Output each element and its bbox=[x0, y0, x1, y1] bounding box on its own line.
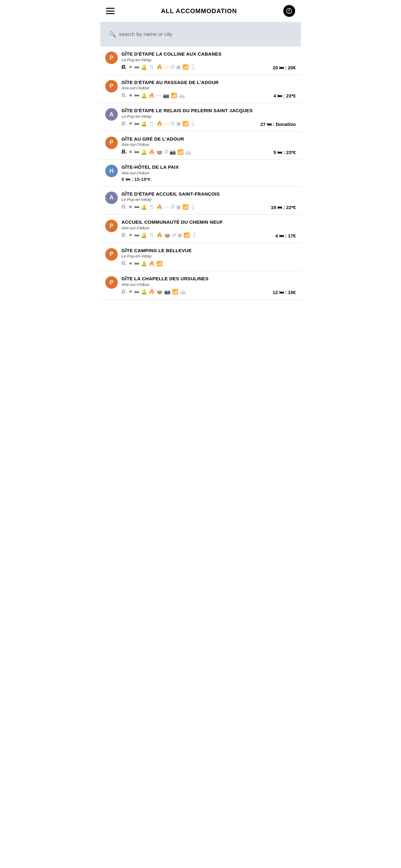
fork-knife-icon: 🍴 bbox=[149, 204, 155, 210]
booking-indicator: B. bbox=[122, 232, 127, 239]
bed-price: 12 🛏 : 15€ bbox=[273, 290, 296, 295]
bell-icon: 🔔 bbox=[141, 289, 147, 294]
compass-button[interactable] bbox=[283, 5, 295, 17]
item-name: GÎTE-HÔTEL DE LA PAIX bbox=[122, 164, 296, 170]
sun-icon: ☀ bbox=[128, 289, 133, 294]
item-city: Le Puy-en-Velay bbox=[122, 254, 296, 258]
bell-icon: 🔔 bbox=[141, 232, 147, 238]
sun-icon: ☀ bbox=[128, 204, 133, 210]
wifi-icon: 📶 bbox=[171, 92, 177, 98]
sun-icon: ☀ bbox=[128, 260, 133, 267]
item-city: Aire-sur-l'Adour bbox=[122, 142, 296, 147]
bell-icon: 🔔 bbox=[141, 64, 147, 70]
bed-count-icon: 🛏 bbox=[277, 205, 282, 210]
avatar: P bbox=[105, 248, 118, 260]
item-content: GÎTE D'ÉTAPE ACCUEIL SAINT-FRANÇOISLe Pu… bbox=[122, 191, 296, 210]
avatar: P bbox=[105, 80, 118, 92]
bed-price: 20 🛏 : 20€ bbox=[273, 65, 296, 70]
item-name: ACCUEIL COMMUNAUTÉ DU CHEMIN NEUF bbox=[122, 219, 296, 225]
search-input[interactable] bbox=[119, 31, 292, 37]
item-city: Aire-sur-l'Adour bbox=[122, 226, 296, 230]
bike-icon: 🚲 bbox=[179, 92, 185, 98]
icons-row: B.☀🛏🔔🍴🔥🍲Ø▣📶🚶4 🛏 : 17€ bbox=[122, 232, 296, 239]
dash-icon: — bbox=[164, 204, 169, 210]
booking-indicator: B. bbox=[122, 121, 127, 127]
outlet-icon: Ø bbox=[164, 149, 168, 155]
fire-icon: 🔥 bbox=[149, 289, 155, 294]
icons-row: B.☀🛏🔔🍴🔥—Ø▣📶🚶19 🛏 : 22*€ bbox=[122, 204, 296, 210]
locker-icon: ▣ bbox=[176, 121, 181, 127]
list-item[interactable]: PGÎTE D'ÉTAPE AU PASSAGE DE L'ADOURAire-… bbox=[100, 75, 301, 103]
list-item[interactable]: HGÎTE-HÔTEL DE LA PAIXAire-sur-l'Adour9 … bbox=[100, 160, 301, 187]
menu-button[interactable] bbox=[106, 8, 114, 14]
sun-icon: ☀ bbox=[128, 64, 133, 70]
bed-icon: 🛏 bbox=[134, 204, 139, 210]
camera-icon: 📷 bbox=[164, 289, 170, 294]
bell-icon: 🔔 bbox=[141, 121, 147, 127]
dash-icon: — bbox=[164, 64, 169, 70]
bed-price: 5 🛏 : 23*€ bbox=[274, 150, 296, 155]
bed-price: 4 🛏 : 23*€ bbox=[274, 93, 296, 98]
icons-row: B.☀🛏🔔🔥📶 bbox=[122, 260, 296, 267]
booking-indicator: B. bbox=[122, 260, 127, 267]
avatar: P bbox=[105, 276, 118, 289]
item-name: GÎTE LA CHAPELLE DES URSULINES bbox=[122, 276, 296, 282]
item-name: GÎTE AU GRÉ DE L'ADOUR bbox=[122, 136, 296, 142]
page-title: ALL ACCOMMODATION bbox=[114, 7, 283, 15]
avatar: A bbox=[105, 191, 118, 204]
header: ALL ACCOMMODATION bbox=[100, 0, 301, 22]
fire-icon: 🔥 bbox=[157, 204, 163, 210]
list-item[interactable]: PGÎTE LA CHAPELLE DES URSULINESAire-sur-… bbox=[100, 271, 301, 300]
avatar: A bbox=[105, 108, 118, 121]
bed-count-icon: 🛏 bbox=[279, 290, 284, 295]
svg-marker-2 bbox=[289, 11, 290, 13]
item-city: Aire-sur-l'Adour bbox=[122, 282, 296, 287]
bowl-icon: 🍲 bbox=[157, 149, 163, 155]
bed-count-icon: 🛏 bbox=[279, 233, 284, 239]
list-item[interactable]: PGÎTE D'ÉTAPE LA COLLINE AUX CABANESLe P… bbox=[100, 46, 301, 75]
dash-icon: — bbox=[157, 92, 162, 98]
bed-icon: 🛏 bbox=[134, 289, 139, 294]
walk-icon: 🚶 bbox=[192, 232, 198, 238]
bed-icon-simple: 🛏 bbox=[126, 177, 130, 182]
bell-icon: 🔔 bbox=[141, 149, 147, 155]
list-item[interactable]: AGÎTE D'ÉTAPE LE RELAIS DU PELERIN SAINT… bbox=[100, 103, 301, 131]
item-name: GÎTE D'ÉTAPE ACCUEIL SAINT-FRANÇOIS bbox=[122, 191, 296, 197]
wifi-icon: 📶 bbox=[157, 260, 163, 267]
locker-icon: ▣ bbox=[176, 204, 181, 210]
bed-price: 27 🛏 : Donativo bbox=[261, 122, 296, 127]
search-container: 🔍 bbox=[100, 22, 301, 46]
fork-knife-icon: 🍴 bbox=[149, 232, 155, 238]
walk-icon: 🚶 bbox=[190, 64, 196, 70]
bed-count-icon: 🛏 bbox=[279, 65, 284, 70]
fire-icon: 🔥 bbox=[149, 149, 155, 155]
wifi-icon: 📶 bbox=[182, 204, 189, 210]
list-item[interactable]: PGÎTE CAMPING LE BELLEVUELe Puy-en-Velay… bbox=[100, 243, 301, 272]
booking-indicator: B. bbox=[122, 204, 127, 210]
camera-icon: 📷 bbox=[170, 149, 176, 155]
list-item[interactable]: PACCUEIL COMMUNAUTÉ DU CHEMIN NEUFAire-s… bbox=[100, 215, 301, 243]
bed-icon: 🛏 bbox=[134, 232, 139, 238]
icons-row: B.☀🛏🔔🔥🍲📷📶🚲12 🛏 : 15€ bbox=[122, 289, 296, 295]
wifi-icon: 📶 bbox=[177, 149, 183, 155]
bed-count-icon: 🛏 bbox=[277, 93, 282, 98]
item-content: GÎTE CAMPING LE BELLEVUELe Puy-en-VelayB… bbox=[122, 247, 296, 267]
list-item[interactable]: PGÎTE AU GRÉ DE L'ADOURAire-sur-l'AdourB… bbox=[100, 131, 301, 160]
svg-marker-1 bbox=[289, 8, 290, 11]
bed-icon: 🛏 bbox=[134, 149, 139, 155]
list-item[interactable]: AGÎTE D'ÉTAPE ACCUEIL SAINT-FRANÇOISLe P… bbox=[100, 187, 301, 215]
bed-price: 4 🛏 : 17€ bbox=[275, 233, 296, 239]
item-city: Aire-sur-l'Adour bbox=[122, 170, 296, 175]
item-city: Aire-sur-l'Adour bbox=[122, 86, 296, 90]
fire-icon: 🔥 bbox=[157, 64, 163, 70]
item-city: Le Puy-en-Velay bbox=[122, 114, 296, 119]
avatar: P bbox=[105, 220, 118, 232]
bowl-icon: 🍲 bbox=[157, 289, 163, 294]
item-content: ACCUEIL COMMUNAUTÉ DU CHEMIN NEUFAire-su… bbox=[122, 219, 296, 239]
bike-icon: 🚲 bbox=[185, 149, 192, 155]
item-name: GÎTE D'ÉTAPE AU PASSAGE DE L'ADOUR bbox=[122, 80, 296, 86]
fork-knife-icon: 🍴 bbox=[149, 64, 155, 70]
item-name: GÎTE D'ÉTAPE LA COLLINE AUX CABANES bbox=[122, 51, 296, 57]
fire-icon: 🔥 bbox=[157, 121, 163, 127]
icons-row: B.☀🛏🔔🍴🔥—Ø▣📶🚶20 🛏 : 20€ bbox=[122, 64, 296, 70]
